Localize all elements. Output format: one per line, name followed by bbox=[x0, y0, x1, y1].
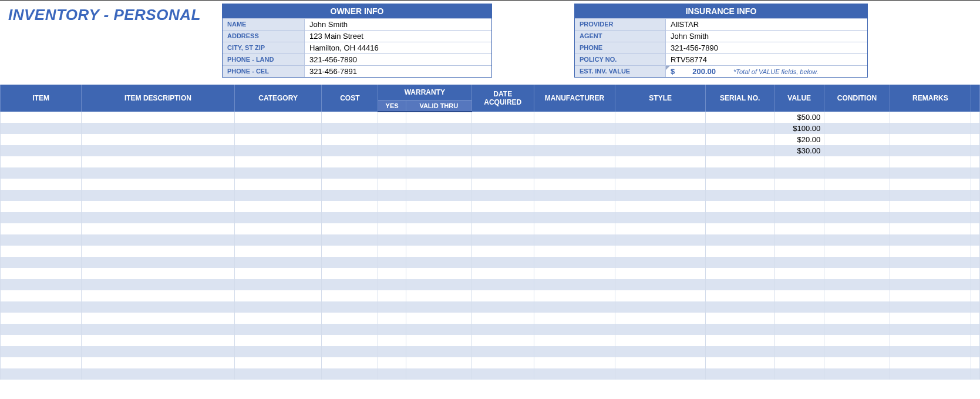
insurance-provider-value[interactable]: AllSTAR bbox=[666, 19, 867, 30]
table-cell[interactable] bbox=[1, 212, 82, 223]
table-cell[interactable] bbox=[706, 134, 774, 145]
table-cell[interactable] bbox=[1, 257, 82, 268]
table-cell[interactable] bbox=[890, 201, 971, 212]
owner-name-value[interactable]: John Smith bbox=[305, 19, 491, 30]
table-cell[interactable] bbox=[615, 167, 706, 179]
table-cell[interactable] bbox=[472, 246, 534, 257]
table-cell[interactable] bbox=[971, 246, 980, 257]
table-row[interactable] bbox=[1, 301, 980, 313]
table-cell[interactable] bbox=[1, 201, 82, 212]
table-cell[interactable] bbox=[234, 190, 322, 201]
col-warranty-yes[interactable]: YES bbox=[378, 100, 406, 112]
col-desc[interactable]: ITEM DESCRIPTION bbox=[82, 85, 234, 112]
table-cell[interactable] bbox=[322, 368, 378, 380]
table-cell[interactable] bbox=[82, 357, 234, 368]
table-cell[interactable] bbox=[890, 357, 971, 368]
table-cell[interactable] bbox=[824, 346, 890, 357]
table-cell[interactable] bbox=[82, 335, 234, 346]
table-cell[interactable] bbox=[1, 190, 82, 201]
owner-city-value[interactable]: Hamilton, OH 44416 bbox=[305, 42, 491, 53]
table-cell[interactable] bbox=[774, 301, 824, 313]
table-cell[interactable] bbox=[824, 290, 890, 301]
table-cell[interactable] bbox=[1, 357, 82, 368]
table-cell[interactable] bbox=[774, 246, 824, 257]
table-cell[interactable] bbox=[615, 301, 706, 313]
table-cell[interactable] bbox=[774, 201, 824, 212]
table-cell[interactable] bbox=[234, 201, 322, 212]
table-cell[interactable] bbox=[82, 279, 234, 290]
table-cell[interactable] bbox=[706, 123, 774, 134]
table-cell[interactable] bbox=[971, 179, 980, 190]
table-cell[interactable] bbox=[971, 234, 980, 246]
table-cell[interactable] bbox=[234, 246, 322, 257]
table-row[interactable]: $50.00 bbox=[1, 112, 980, 123]
table-cell[interactable] bbox=[322, 279, 378, 290]
table-cell[interactable] bbox=[234, 179, 322, 190]
table-cell[interactable] bbox=[824, 145, 890, 156]
table-row[interactable] bbox=[1, 335, 980, 346]
table-cell[interactable] bbox=[534, 234, 615, 246]
table-cell[interactable] bbox=[472, 179, 534, 190]
col-date-acquired[interactable]: DATE ACQUIRED bbox=[472, 85, 534, 112]
table-cell[interactable] bbox=[824, 279, 890, 290]
table-cell[interactable] bbox=[472, 301, 534, 313]
table-row[interactable] bbox=[1, 190, 980, 201]
table-cell[interactable] bbox=[378, 223, 406, 234]
table-cell[interactable] bbox=[706, 156, 774, 167]
table-cell[interactable] bbox=[234, 335, 322, 346]
table-cell[interactable] bbox=[378, 123, 406, 134]
table-cell[interactable] bbox=[406, 246, 472, 257]
table-cell[interactable] bbox=[234, 145, 322, 156]
table-cell[interactable] bbox=[378, 346, 406, 357]
table-cell[interactable] bbox=[82, 368, 234, 380]
table-cell[interactable] bbox=[378, 301, 406, 313]
table-cell[interactable] bbox=[1, 246, 82, 257]
table-cell[interactable] bbox=[615, 368, 706, 380]
table-cell[interactable] bbox=[706, 190, 774, 201]
table-cell[interactable] bbox=[1, 123, 82, 134]
table-cell[interactable] bbox=[615, 268, 706, 279]
table-cell[interactable] bbox=[322, 212, 378, 223]
table-cell[interactable] bbox=[890, 246, 971, 257]
table-cell[interactable] bbox=[615, 223, 706, 234]
table-cell[interactable] bbox=[706, 212, 774, 223]
table-cell[interactable] bbox=[890, 268, 971, 279]
table-cell[interactable] bbox=[1, 268, 82, 279]
table-cell[interactable] bbox=[234, 290, 322, 301]
table-cell[interactable] bbox=[234, 357, 322, 368]
table-cell[interactable] bbox=[322, 201, 378, 212]
table-cell[interactable] bbox=[406, 335, 472, 346]
table-cell[interactable] bbox=[406, 357, 472, 368]
table-cell[interactable] bbox=[534, 212, 615, 223]
table-cell[interactable] bbox=[534, 335, 615, 346]
table-cell[interactable] bbox=[615, 357, 706, 368]
table-cell[interactable] bbox=[472, 167, 534, 179]
table-cell[interactable] bbox=[971, 268, 980, 279]
table-cell[interactable] bbox=[534, 268, 615, 279]
table-cell[interactable] bbox=[971, 301, 980, 313]
table-cell[interactable] bbox=[1, 167, 82, 179]
table-cell[interactable] bbox=[406, 212, 472, 223]
table-cell[interactable] bbox=[322, 112, 378, 123]
table-cell[interactable] bbox=[406, 223, 472, 234]
table-cell[interactable] bbox=[534, 368, 615, 380]
table-cell[interactable] bbox=[534, 179, 615, 190]
table-cell[interactable] bbox=[971, 357, 980, 368]
table-cell[interactable] bbox=[82, 123, 234, 134]
table-cell[interactable] bbox=[82, 179, 234, 190]
table-cell[interactable] bbox=[706, 346, 774, 357]
table-cell[interactable] bbox=[82, 190, 234, 201]
table-cell[interactable] bbox=[971, 156, 980, 167]
table-cell[interactable] bbox=[234, 268, 322, 279]
table-cell[interactable] bbox=[322, 179, 378, 190]
table-row[interactable] bbox=[1, 279, 980, 290]
table-cell[interactable] bbox=[890, 134, 971, 145]
table-cell[interactable] bbox=[234, 123, 322, 134]
table-cell[interactable] bbox=[890, 257, 971, 268]
table-cell[interactable] bbox=[706, 335, 774, 346]
table-cell[interactable] bbox=[615, 212, 706, 223]
table-cell[interactable] bbox=[824, 190, 890, 201]
table-cell[interactable] bbox=[706, 167, 774, 179]
table-cell[interactable] bbox=[82, 167, 234, 179]
table-cell[interactable] bbox=[615, 123, 706, 134]
